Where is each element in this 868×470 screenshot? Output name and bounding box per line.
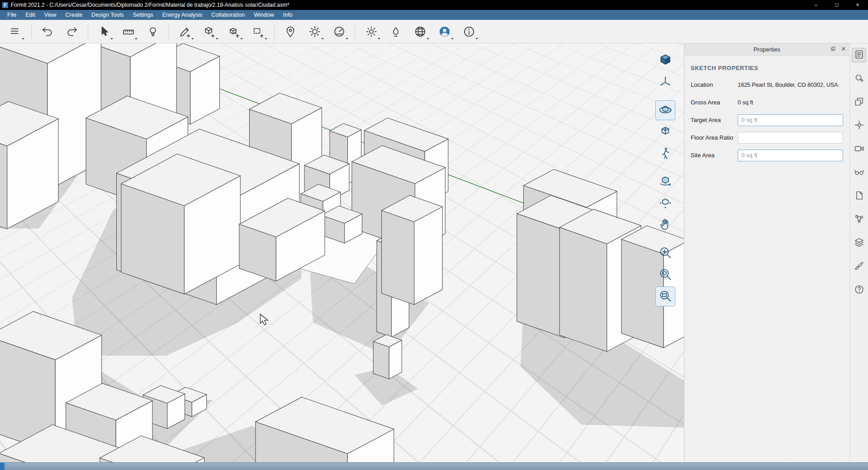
menu-design-tools[interactable]: Design Tools — [87, 10, 128, 20]
layers-icon — [854, 190, 864, 202]
location-button[interactable] — [280, 21, 301, 42]
gross-area-value: 0 sq ft — [738, 99, 753, 106]
site-area-input[interactable] — [738, 150, 843, 161]
target-area-label: Target Area — [691, 117, 738, 123]
scale-ratio-button[interactable] — [328, 21, 350, 42]
plugins-icon — [854, 214, 864, 226]
menu-window[interactable]: Window — [249, 10, 278, 20]
panel-toggle-layers-button[interactable] — [852, 189, 866, 203]
maximize-button[interactable]: □ — [826, 0, 847, 10]
close-panel-button[interactable] — [840, 46, 847, 52]
undock-icon — [830, 46, 836, 53]
undo-icon — [41, 25, 54, 38]
viewport-scene[interactable] — [0, 43, 684, 462]
select-button[interactable] — [93, 21, 115, 42]
viewport[interactable] — [0, 43, 684, 462]
zoom-extents-button[interactable] — [655, 265, 675, 285]
dropdown-caret-icon — [110, 38, 113, 40]
menu-file[interactable]: File — [3, 10, 21, 20]
status-bar — [0, 462, 868, 470]
undock-panel-button[interactable] — [830, 46, 836, 52]
location-icon — [284, 25, 297, 38]
panel-toggle-help-button[interactable] — [852, 283, 866, 297]
panel-toggle-styles-button[interactable] — [852, 259, 866, 274]
toolbar-separator — [355, 24, 356, 39]
content-icon — [854, 237, 864, 249]
orbit-button[interactable] — [655, 100, 675, 120]
rotate-view-button[interactable] — [655, 172, 675, 192]
axes-button[interactable] — [655, 72, 675, 92]
view-cube-icon — [659, 53, 672, 68]
spin-view-icon — [659, 196, 672, 211]
panel-toggle-visibility-button[interactable] — [852, 165, 866, 180]
materials-icon — [854, 73, 864, 85]
view-cube-button[interactable] — [655, 51, 675, 70]
match-lightbulb-icon — [147, 25, 159, 38]
zoom-in-icon — [659, 246, 672, 261]
pan-icon — [659, 218, 672, 233]
field-row-floor-area-ratio: Floor Area Ratio — [684, 129, 849, 146]
account-button[interactable] — [434, 21, 455, 42]
dropdown-caret-icon — [135, 38, 138, 40]
floor-area-ratio-input[interactable] — [738, 132, 843, 144]
account-icon — [438, 25, 451, 38]
mouse-cursor — [260, 314, 268, 325]
walk-icon — [659, 146, 672, 161]
menu-create[interactable]: Create — [61, 10, 87, 20]
menu-view[interactable]: View — [40, 10, 61, 20]
settings-icon — [365, 25, 378, 38]
collaborate-globe-button[interactable] — [409, 21, 431, 42]
sun-shadows-button[interactable] — [304, 21, 326, 42]
zoom-selection-button[interactable] — [655, 287, 675, 306]
draw-button[interactable] — [174, 21, 196, 42]
import-box-button[interactable] — [223, 21, 245, 42]
help-icon — [854, 284, 864, 296]
close-button[interactable]: × — [847, 0, 868, 10]
panel-toggle-materials-button[interactable] — [852, 71, 866, 86]
tape-measure-button[interactable] — [118, 21, 139, 42]
redo-button[interactable] — [61, 21, 83, 42]
dropdown-caret-icon — [427, 38, 429, 40]
look-around-button[interactable] — [655, 122, 675, 142]
field-row-location: Location 1625 Pearl St, Boulder, CO 8030… — [684, 76, 849, 94]
panel-toggle-properties-button[interactable] — [852, 48, 866, 62]
menu-collaboration[interactable]: Collaboration — [207, 10, 250, 20]
tape-measure-icon — [122, 25, 135, 38]
main-menu-icon — [9, 25, 22, 38]
minimize-button[interactable]: – — [806, 0, 826, 10]
redo-icon — [66, 25, 78, 38]
import-box-icon — [228, 25, 240, 38]
panel-toggle-plugins-button[interactable] — [852, 212, 866, 227]
primitive-box-button[interactable] — [199, 21, 220, 42]
styles-icon — [854, 261, 864, 273]
location-value[interactable]: 1625 Pearl St, Boulder, CO 80302, USA — [738, 82, 838, 88]
group-button[interactable] — [247, 21, 269, 42]
menu-settings[interactable]: Settings — [128, 10, 157, 20]
zoom-in-button[interactable] — [655, 243, 675, 263]
settings-button[interactable] — [360, 21, 382, 42]
orbit-icon — [659, 103, 672, 118]
panel-toggle-scenes-button[interactable] — [852, 142, 866, 156]
panel-toggle-content-button[interactable] — [852, 236, 866, 250]
primitive-box-icon — [203, 25, 216, 38]
properties-title: Properties — [754, 46, 780, 53]
info-button[interactable] — [458, 21, 480, 42]
spin-view-button[interactable] — [655, 193, 675, 213]
location-label: Location — [691, 81, 738, 88]
main-menu-button[interactable] — [5, 21, 26, 42]
walk-button[interactable] — [655, 144, 675, 164]
pan-button[interactable] — [655, 215, 675, 235]
dropdown-caret-icon — [451, 38, 454, 40]
match-lightbulb-button[interactable] — [142, 21, 164, 42]
panel-toggle-groups-button[interactable] — [852, 95, 866, 109]
menu-energy-analysis[interactable]: Energy Analysis — [158, 10, 207, 20]
dropdown-caret-icon — [240, 38, 243, 40]
view-toolbar — [655, 50, 676, 307]
menu-info[interactable]: Info — [279, 10, 297, 20]
panel-toggle-levels-button[interactable] — [852, 118, 866, 133]
site-area-label: Site Area — [691, 152, 738, 159]
undo-button[interactable] — [37, 21, 58, 42]
menu-edit[interactable]: Edit — [21, 10, 40, 20]
fabricate-button[interactable] — [385, 21, 407, 42]
target-area-input[interactable] — [738, 114, 843, 126]
